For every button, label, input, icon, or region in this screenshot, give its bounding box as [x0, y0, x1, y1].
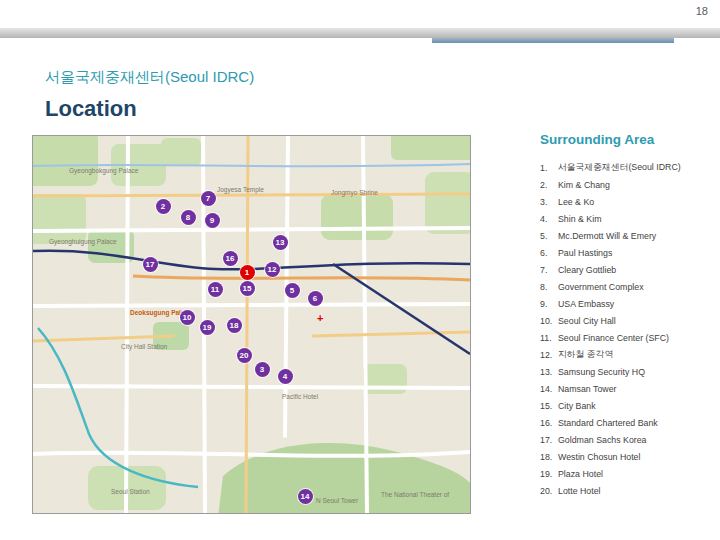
map-place-label: The National Theater of: [381, 491, 449, 498]
item-number: 18.: [540, 452, 558, 462]
surrounding-list-item: 11.Seoul Finance Center (SFC): [540, 329, 716, 346]
map-marker-7[interactable]: 7: [201, 191, 216, 206]
surrounding-list-item: 18.Westin Chosun Hotel: [540, 448, 716, 465]
map-marker-2[interactable]: 2: [156, 199, 171, 214]
map-marker-5[interactable]: 5: [285, 283, 300, 298]
item-number: 3.: [540, 197, 558, 207]
item-label: Namsan Tower: [558, 384, 617, 394]
item-label: Shin & Kim: [558, 214, 602, 224]
map-marker-17[interactable]: 17: [143, 257, 158, 272]
item-number: 1.: [540, 163, 558, 173]
surrounding-list-item: 16.Standard Chartered Bank: [540, 414, 716, 431]
item-number: 17.: [540, 435, 558, 445]
item-label: Mc.Dermott Will & Emery: [558, 231, 656, 241]
item-number: 10.: [540, 316, 558, 326]
item-label: Kim & Chang: [558, 180, 610, 190]
item-number: 12.: [540, 350, 558, 360]
top-accent-bar: [432, 38, 674, 43]
map-marker-20[interactable]: 20: [237, 348, 252, 363]
map-marker-6[interactable]: 6: [308, 291, 323, 306]
item-label: Lotte Hotel: [558, 486, 601, 496]
item-label: Seoul City Hall: [558, 316, 616, 326]
item-number: 2.: [540, 180, 558, 190]
surrounding-list-item: 14.Namsan Tower: [540, 380, 716, 397]
map-marker-8[interactable]: 8: [181, 210, 196, 225]
item-label: Westin Chosun Hotel: [558, 452, 640, 462]
item-label: Plaza Hotel: [558, 469, 603, 479]
surrounding-list-item: 5.Mc.Dermott Will & Emery: [540, 227, 716, 244]
item-label: Goldman Sachs Korea: [558, 435, 647, 445]
item-label: 서울국제중재센터(Seoul IDRC): [558, 162, 681, 174]
map-marker-10[interactable]: 10: [180, 310, 195, 325]
item-label: Standard Chartered Bank: [558, 418, 658, 428]
item-number: 16.: [540, 418, 558, 428]
page-number: 18: [696, 5, 708, 17]
map-marker-9[interactable]: 9: [205, 213, 220, 228]
map-place-label: Gyeonghuigung Palace: [49, 238, 117, 245]
item-number: 4.: [540, 214, 558, 224]
map-marker-13[interactable]: 13: [273, 235, 288, 250]
item-number: 9.: [540, 299, 558, 309]
item-number: 13.: [540, 367, 558, 377]
map-marker-18[interactable]: 18: [227, 318, 242, 333]
surrounding-list-item: 10.Seoul City Hall: [540, 312, 716, 329]
surrounding-list-item: 20.Lotte Hotel: [540, 482, 716, 499]
item-label: 지하철 종각역: [558, 349, 613, 361]
slide-title: 서울국제중재센터(Seoul IDRC): [45, 68, 254, 87]
surrounding-list: 1.서울국제중재센터(Seoul IDRC)2.Kim & Chang3.Lee…: [540, 159, 716, 499]
map-place-label: N Seoul Tower: [316, 497, 358, 504]
item-number: 14.: [540, 384, 558, 394]
map-place-label: Seoul Station: [111, 488, 150, 495]
surrounding-list-item: 7.Cleary Gottlieb: [540, 261, 716, 278]
map-marker-16[interactable]: 16: [223, 251, 238, 266]
map-place-label: Jogyesa Temple: [217, 186, 264, 193]
item-number: 11.: [540, 333, 558, 343]
surrounding-list-item: 15.City Bank: [540, 397, 716, 414]
surrounding-list-item: 8.Government Complex: [540, 278, 716, 295]
hospital-icon: +: [317, 312, 323, 324]
map-marker-12[interactable]: 12: [265, 262, 280, 277]
slide-subtitle: Location: [45, 96, 137, 122]
item-label: City Bank: [558, 401, 596, 411]
map-place-label: City Hall Station: [121, 343, 167, 350]
item-number: 8.: [540, 282, 558, 292]
map-marker-1[interactable]: 1: [240, 265, 255, 280]
surrounding-list-item: 9.USA Embassy: [540, 295, 716, 312]
surrounding-list-item: 6.Paul Hastings: [540, 244, 716, 261]
map-marker-3[interactable]: 3: [255, 362, 270, 377]
top-decorative-bar: [0, 28, 720, 38]
item-label: Government Complex: [558, 282, 644, 292]
surrounding-list-item: 1.서울국제중재센터(Seoul IDRC): [540, 159, 716, 176]
item-number: 6.: [540, 248, 558, 258]
slide: 18 서울국제중재센터(Seoul IDRC) Location: [0, 0, 720, 540]
map-place-label: Pacific Hotel: [282, 393, 318, 400]
item-label: Seoul Finance Center (SFC): [558, 333, 669, 343]
item-label: Lee & Ko: [558, 197, 594, 207]
item-label: Paul Hastings: [558, 248, 612, 258]
surrounding-list-item: 4.Shin & Kim: [540, 210, 716, 227]
seoul-map[interactable]: Gyeongbokgung PalaceJogyesa TempleJongmy…: [32, 135, 471, 514]
surrounding-list-item: 17.Goldman Sachs Korea: [540, 431, 716, 448]
map-marker-14[interactable]: 14: [298, 489, 313, 504]
map-place-label: Gyeongbokgung Palace: [69, 167, 138, 174]
item-number: 7.: [540, 265, 558, 275]
map-marker-19[interactable]: 19: [200, 320, 215, 335]
item-label: Cleary Gottlieb: [558, 265, 616, 275]
map-place-label: Jongmyo Shrine: [331, 189, 378, 196]
map-marker-11[interactable]: 11: [208, 282, 223, 297]
surrounding-list-item: 2.Kim & Chang: [540, 176, 716, 193]
surrounding-list-item: 13.Samsung Security HQ: [540, 363, 716, 380]
map-marker-15[interactable]: 15: [240, 281, 255, 296]
item-label: Samsung Security HQ: [558, 367, 645, 377]
surrounding-list-item: 3.Lee & Ko: [540, 193, 716, 210]
surrounding-area-heading: Surrounding Area: [540, 132, 716, 147]
item-number: 19.: [540, 469, 558, 479]
item-number: 15.: [540, 401, 558, 411]
map-marker-4[interactable]: 4: [278, 369, 293, 384]
item-label: USA Embassy: [558, 299, 614, 309]
surrounding-list-item: 19.Plaza Hotel: [540, 465, 716, 482]
surrounding-area-panel: Surrounding Area 1.서울국제중재센터(Seoul IDRC)2…: [540, 132, 716, 499]
item-number: 5.: [540, 231, 558, 241]
item-number: 20.: [540, 486, 558, 496]
surrounding-list-item: 12.지하철 종각역: [540, 346, 716, 363]
